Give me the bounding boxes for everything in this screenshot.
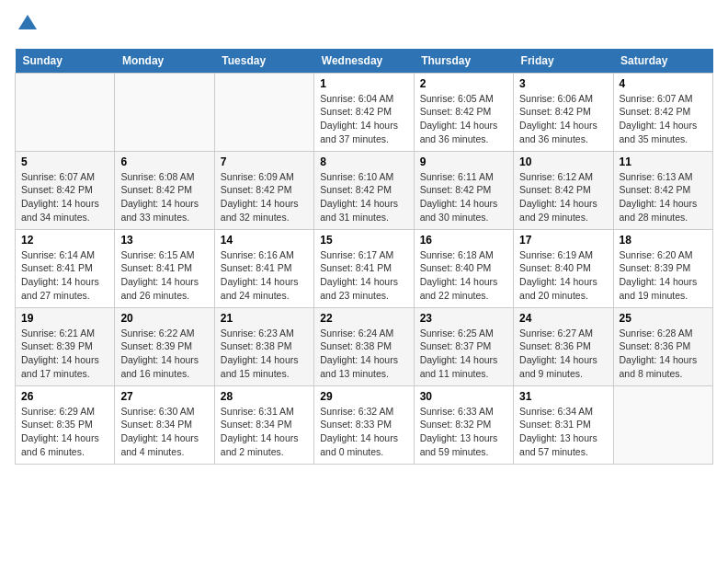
- calendar-cell: 25Sunrise: 6:28 AMSunset: 8:36 PMDayligh…: [613, 307, 712, 385]
- day-number: 28: [221, 390, 308, 403]
- logo: [15, 15, 39, 40]
- day-info: Sunrise: 6:10 AMSunset: 8:42 PMDaylight:…: [320, 170, 407, 224]
- day-info: Sunrise: 6:23 AMSunset: 8:38 PMDaylight:…: [221, 327, 308, 381]
- day-info: Sunrise: 6:21 AMSunset: 8:39 PMDaylight:…: [21, 327, 108, 381]
- calendar-table: SundayMondayTuesdayWednesdayThursdayFrid…: [15, 49, 713, 465]
- calendar-week-row: 12Sunrise: 6:14 AMSunset: 8:41 PMDayligh…: [16, 229, 713, 307]
- calendar-cell: 19Sunrise: 6:21 AMSunset: 8:39 PMDayligh…: [16, 307, 115, 385]
- day-info: Sunrise: 6:07 AMSunset: 8:42 PMDaylight:…: [620, 92, 707, 146]
- day-info: Sunrise: 6:14 AMSunset: 8:41 PMDaylight:…: [21, 248, 108, 303]
- calendar-week-row: 19Sunrise: 6:21 AMSunset: 8:39 PMDayligh…: [16, 307, 713, 385]
- day-number: 26: [21, 390, 108, 403]
- day-of-week-header: Thursday: [414, 49, 513, 74]
- calendar-cell: 11Sunrise: 6:13 AMSunset: 8:42 PMDayligh…: [613, 151, 712, 229]
- day-number: 11: [620, 155, 707, 168]
- logo-icon: [17, 13, 39, 35]
- calendar-cell: 1Sunrise: 6:04 AMSunset: 8:42 PMDaylight…: [314, 73, 414, 151]
- calendar-week-row: 1Sunrise: 6:04 AMSunset: 8:42 PMDaylight…: [16, 73, 713, 151]
- day-info: Sunrise: 6:12 AMSunset: 8:42 PMDaylight:…: [519, 170, 607, 224]
- calendar-cell: 22Sunrise: 6:24 AMSunset: 8:38 PMDayligh…: [314, 307, 414, 385]
- day-number: 21: [221, 312, 308, 325]
- day-number: 13: [120, 234, 208, 247]
- calendar-cell: 8Sunrise: 6:10 AMSunset: 8:42 PMDaylight…: [314, 151, 414, 229]
- day-info: Sunrise: 6:22 AMSunset: 8:39 PMDaylight:…: [120, 327, 208, 381]
- calendar-cell: 24Sunrise: 6:27 AMSunset: 8:36 PMDayligh…: [514, 307, 613, 385]
- day-info: Sunrise: 6:05 AMSunset: 8:42 PMDaylight:…: [420, 92, 507, 146]
- calendar-cell: 23Sunrise: 6:25 AMSunset: 8:37 PMDayligh…: [414, 307, 513, 385]
- calendar-cell: 21Sunrise: 6:23 AMSunset: 8:38 PMDayligh…: [214, 307, 313, 385]
- day-info: Sunrise: 6:33 AMSunset: 8:32 PMDaylight:…: [420, 405, 507, 459]
- day-number: 25: [620, 312, 707, 325]
- day-number: 18: [620, 234, 707, 247]
- calendar-cell: 27Sunrise: 6:30 AMSunset: 8:34 PMDayligh…: [115, 385, 214, 464]
- day-info: Sunrise: 6:17 AMSunset: 8:41 PMDaylight:…: [320, 248, 407, 303]
- calendar-cell: 28Sunrise: 6:31 AMSunset: 8:34 PMDayligh…: [214, 385, 313, 464]
- day-number: 17: [519, 234, 607, 247]
- day-info: Sunrise: 6:15 AMSunset: 8:41 PMDaylight:…: [120, 248, 208, 303]
- day-info: Sunrise: 6:24 AMSunset: 8:38 PMDaylight:…: [320, 327, 407, 381]
- day-number: 5: [21, 155, 108, 168]
- calendar-cell: 2Sunrise: 6:05 AMSunset: 8:42 PMDaylight…: [414, 73, 513, 151]
- calendar-cell: 14Sunrise: 6:16 AMSunset: 8:41 PMDayligh…: [214, 229, 313, 307]
- calendar-cell: 30Sunrise: 6:33 AMSunset: 8:32 PMDayligh…: [414, 385, 513, 464]
- day-info: Sunrise: 6:30 AMSunset: 8:34 PMDaylight:…: [120, 405, 208, 459]
- day-info: Sunrise: 6:08 AMSunset: 8:42 PMDaylight:…: [120, 170, 208, 224]
- day-number: 9: [420, 155, 507, 168]
- calendar-cell: 7Sunrise: 6:09 AMSunset: 8:42 PMDaylight…: [214, 151, 313, 229]
- day-number: 23: [420, 312, 507, 325]
- calendar-week-row: 5Sunrise: 6:07 AMSunset: 8:42 PMDaylight…: [16, 151, 713, 229]
- calendar-cell: 17Sunrise: 6:19 AMSunset: 8:40 PMDayligh…: [514, 229, 613, 307]
- day-number: 7: [221, 155, 308, 168]
- calendar-cell: 6Sunrise: 6:08 AMSunset: 8:42 PMDaylight…: [115, 151, 214, 229]
- calendar-cell: 16Sunrise: 6:18 AMSunset: 8:40 PMDayligh…: [414, 229, 513, 307]
- calendar-cell: 12Sunrise: 6:14 AMSunset: 8:41 PMDayligh…: [16, 229, 115, 307]
- calendar-cell: 10Sunrise: 6:12 AMSunset: 8:42 PMDayligh…: [514, 151, 613, 229]
- day-number: 19: [21, 312, 108, 325]
- day-of-week-header: Monday: [115, 49, 214, 74]
- calendar-cell: [214, 73, 313, 151]
- day-number: 14: [221, 234, 308, 247]
- day-info: Sunrise: 6:09 AMSunset: 8:42 PMDaylight:…: [221, 170, 308, 224]
- day-info: Sunrise: 6:11 AMSunset: 8:42 PMDaylight:…: [420, 170, 507, 224]
- day-number: 24: [519, 312, 607, 325]
- page-header: [15, 15, 713, 40]
- calendar-header-row: SundayMondayTuesdayWednesdayThursdayFrid…: [16, 49, 713, 74]
- day-of-week-header: Saturday: [613, 49, 712, 74]
- day-number: 27: [120, 390, 208, 403]
- calendar-cell: 15Sunrise: 6:17 AMSunset: 8:41 PMDayligh…: [314, 229, 414, 307]
- day-of-week-header: Sunday: [16, 49, 115, 74]
- day-number: 2: [420, 77, 507, 90]
- calendar-cell: [115, 73, 214, 151]
- day-number: 20: [120, 312, 208, 325]
- day-info: Sunrise: 6:04 AMSunset: 8:42 PMDaylight:…: [320, 92, 407, 146]
- day-info: Sunrise: 6:29 AMSunset: 8:35 PMDaylight:…: [21, 405, 108, 459]
- calendar-cell: 20Sunrise: 6:22 AMSunset: 8:39 PMDayligh…: [115, 307, 214, 385]
- calendar-cell: 18Sunrise: 6:20 AMSunset: 8:39 PMDayligh…: [613, 229, 712, 307]
- day-number: 10: [519, 155, 607, 168]
- calendar-cell: [613, 385, 712, 464]
- day-number: 16: [420, 234, 507, 247]
- calendar-cell: 31Sunrise: 6:34 AMSunset: 8:31 PMDayligh…: [514, 385, 613, 464]
- day-info: Sunrise: 6:13 AMSunset: 8:42 PMDaylight:…: [620, 170, 707, 224]
- day-number: 1: [320, 77, 407, 90]
- calendar-cell: 5Sunrise: 6:07 AMSunset: 8:42 PMDaylight…: [16, 151, 115, 229]
- day-info: Sunrise: 6:16 AMSunset: 8:41 PMDaylight:…: [221, 248, 308, 303]
- day-of-week-header: Wednesday: [314, 49, 414, 74]
- day-number: 15: [320, 234, 407, 247]
- day-number: 30: [420, 390, 507, 403]
- calendar-cell: [16, 73, 115, 151]
- day-number: 3: [519, 77, 607, 90]
- svg-marker-0: [18, 15, 37, 29]
- day-number: 29: [320, 390, 407, 403]
- day-info: Sunrise: 6:27 AMSunset: 8:36 PMDaylight:…: [519, 327, 607, 381]
- day-info: Sunrise: 6:07 AMSunset: 8:42 PMDaylight:…: [21, 170, 108, 224]
- day-number: 31: [519, 390, 607, 403]
- day-number: 8: [320, 155, 407, 168]
- calendar-cell: 9Sunrise: 6:11 AMSunset: 8:42 PMDaylight…: [414, 151, 513, 229]
- calendar-cell: 3Sunrise: 6:06 AMSunset: 8:42 PMDaylight…: [514, 73, 613, 151]
- day-info: Sunrise: 6:20 AMSunset: 8:39 PMDaylight:…: [620, 248, 707, 303]
- calendar-cell: 29Sunrise: 6:32 AMSunset: 8:33 PMDayligh…: [314, 385, 414, 464]
- calendar-week-row: 26Sunrise: 6:29 AMSunset: 8:35 PMDayligh…: [16, 385, 713, 464]
- day-number: 4: [620, 77, 707, 90]
- calendar-cell: 26Sunrise: 6:29 AMSunset: 8:35 PMDayligh…: [16, 385, 115, 464]
